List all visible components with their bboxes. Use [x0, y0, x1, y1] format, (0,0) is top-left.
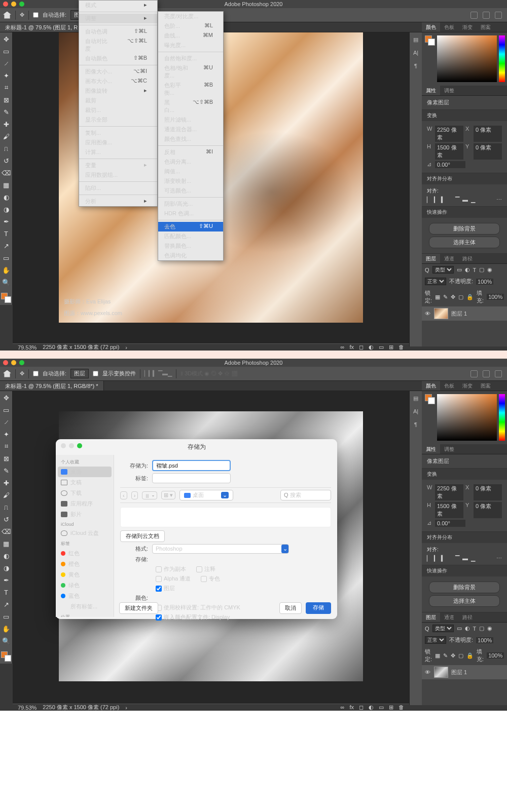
- eyedropper-tool-icon[interactable]: ✎: [2, 107, 11, 117]
- transform-section[interactable]: 变换: [422, 110, 507, 121]
- filename-input[interactable]: [152, 460, 231, 471]
- menu-item[interactable]: 自动颜色⇧⌘B: [79, 54, 157, 63]
- link-icon[interactable]: ∞: [341, 344, 345, 351]
- sidebar-item-movies[interactable]: 影片: [56, 509, 114, 520]
- sidebar-tag-orange[interactable]: 橙色: [56, 559, 114, 569]
- view-grid-icon[interactable]: ⊞ ▾: [161, 491, 175, 499]
- save-cloud-button[interactable]: 存储到云文档: [120, 530, 165, 542]
- sidebar-item-apps[interactable]: 应用程序: [56, 498, 114, 509]
- sidebar-item-desktop[interactable]: 桌面: [58, 467, 112, 477]
- menu-item[interactable]: 匹配颜色...: [158, 231, 223, 241]
- move-tool-icon[interactable]: ✥: [20, 370, 24, 377]
- menu-item[interactable]: 裁切...: [79, 105, 157, 115]
- save-button[interactable]: 存储: [306, 602, 331, 614]
- menu-item[interactable]: 色阶...⌘L: [158, 21, 223, 31]
- menu-item[interactable]: 去色⇧⌘U: [158, 222, 223, 231]
- brush-tool-icon[interactable]: 🖌: [2, 132, 11, 141]
- image-menu[interactable]: 模式调整自动色调⇧⌘L自动对比度⌥⇧⌘L自动颜色⇧⌘B图像大小...⌥⌘I画布大…: [79, 0, 158, 207]
- blend-mode[interactable]: 正常: [425, 278, 446, 285]
- document-tab[interactable]: 未标题-1 @ 79.5% (图层 1, R: [0, 22, 83, 32]
- embed-checkbox[interactable]: [156, 614, 162, 621]
- window-traffic-lights[interactable]: [3, 2, 24, 7]
- menu-item[interactable]: 自动色调⇧⌘L: [79, 27, 157, 36]
- align-icon[interactable]: ▏: [427, 197, 431, 203]
- new-folder-button[interactable]: 新建文件夹: [119, 602, 158, 614]
- y-field[interactable]: 0 像素: [474, 143, 502, 160]
- menu-item[interactable]: 反相⌘I: [158, 147, 223, 157]
- color-swatches[interactable]: [1, 293, 11, 303]
- menu-item[interactable]: 色彩平衡...⌘B: [158, 81, 223, 98]
- menu-item[interactable]: 分析: [79, 197, 157, 206]
- search-icon[interactable]: [470, 12, 478, 19]
- align-section[interactable]: 对齐并分布: [422, 173, 507, 184]
- sidebar-tag-green[interactable]: 绿色: [56, 580, 114, 591]
- tab-swatches[interactable]: 色板: [440, 22, 458, 32]
- layer-filter[interactable]: 类型: [432, 266, 454, 274]
- dialog-traffic-lights[interactable]: [61, 443, 82, 448]
- menu-item[interactable]: 图像旋转: [79, 86, 157, 96]
- menu-item[interactable]: 模式: [79, 1, 157, 10]
- menu-item[interactable]: 曲线...⌘M: [158, 31, 223, 41]
- workspace-icon[interactable]: [483, 370, 490, 377]
- menu-item[interactable]: 替换颜色...: [158, 241, 223, 251]
- menu-item[interactable]: 自然饱和度...: [158, 54, 223, 63]
- height-field[interactable]: 1500 像素: [435, 143, 463, 160]
- tab-patterns[interactable]: 图案: [477, 22, 495, 32]
- menu-item[interactable]: 曝光度...: [158, 41, 223, 50]
- auto-select-checkbox[interactable]: [33, 12, 39, 18]
- layer-row[interactable]: 👁 图层 1: [422, 306, 507, 321]
- share-icon[interactable]: [495, 12, 502, 19]
- x-field[interactable]: 0 像素: [474, 126, 502, 142]
- type-tool-icon[interactable]: T: [2, 229, 11, 238]
- quick-section[interactable]: 快速操作: [422, 207, 507, 218]
- file-list[interactable]: [120, 507, 331, 527]
- dodge-tool-icon[interactable]: ◑: [2, 205, 11, 214]
- menu-item[interactable]: 调整: [79, 14, 157, 23]
- pen-tool-icon[interactable]: ✒: [2, 217, 11, 226]
- menu-item[interactable]: 阴影/高光...: [158, 199, 223, 209]
- sidebar-tag-yellow[interactable]: 黄色: [56, 569, 114, 580]
- show-transform-checkbox[interactable]: [93, 371, 98, 376]
- view-columns-icon[interactable]: ⫼ ▾: [142, 491, 157, 499]
- menu-item[interactable]: 色调均化: [158, 251, 223, 260]
- cancel-button[interactable]: 取消: [279, 602, 302, 614]
- eraser-tool-icon[interactable]: ⌫: [2, 168, 11, 177]
- sidebar-tag-blue[interactable]: 蓝色: [56, 591, 114, 601]
- menu-item[interactable]: 画布大小...⌥⌘C: [79, 76, 157, 86]
- sidebar-item-downloads[interactable]: 下载: [56, 488, 114, 498]
- share-icon[interactable]: [495, 370, 502, 377]
- stamp-tool-icon[interactable]: ⎍: [2, 144, 11, 153]
- search-icon[interactable]: [470, 370, 478, 377]
- menu-item[interactable]: 复制...: [79, 128, 157, 138]
- menu-item[interactable]: 图像大小...⌥⌘I: [79, 67, 157, 76]
- forward-button[interactable]: ›: [131, 491, 138, 499]
- width-field[interactable]: 2250 像素: [435, 126, 463, 142]
- workspace-icon[interactable]: [483, 12, 490, 19]
- menu-item[interactable]: 黑白...⌥⇧⌘B: [158, 98, 223, 115]
- tab-adjustments[interactable]: 调整: [440, 86, 458, 95]
- menu-item[interactable]: 通道混合器...: [158, 125, 223, 134]
- sidebar-all-tags[interactable]: 所有标签...: [56, 601, 114, 612]
- angle-field[interactable]: 0.00°: [435, 161, 465, 168]
- para-icon[interactable]: ¶: [412, 63, 420, 70]
- fill-field[interactable]: 100%: [487, 294, 504, 300]
- tab-channels[interactable]: 通道: [440, 254, 458, 263]
- zoom-readout[interactable]: 79.53%: [18, 344, 37, 351]
- crop-tool-icon[interactable]: ⌗: [2, 83, 11, 92]
- tab-gradients[interactable]: 渐变: [458, 22, 477, 32]
- panel-swatches[interactable]: [425, 35, 435, 46]
- tab-paths[interactable]: 路径: [458, 254, 477, 263]
- sidebar-item-documents[interactable]: 文稿: [56, 477, 114, 488]
- fx-icon[interactable]: fx: [349, 344, 354, 351]
- layer-name[interactable]: 图层 1: [451, 310, 467, 318]
- menu-item[interactable]: 色相/饱和度...⌘U: [158, 63, 223, 81]
- wand-tool-icon[interactable]: ✦: [2, 71, 11, 80]
- home-icon[interactable]: [3, 12, 11, 19]
- menu-item[interactable]: 应用图像...: [79, 138, 157, 147]
- select-subject-button[interactable]: 选择主体: [429, 237, 500, 248]
- location-dropdown[interactable]: 桌面⌄: [179, 490, 233, 500]
- layer-thumbnail[interactable]: [434, 308, 448, 319]
- search-input[interactable]: Q 搜索: [280, 490, 331, 500]
- format-select[interactable]: Photoshop⌄: [152, 544, 289, 554]
- shape-tool-icon[interactable]: ▭: [2, 253, 11, 262]
